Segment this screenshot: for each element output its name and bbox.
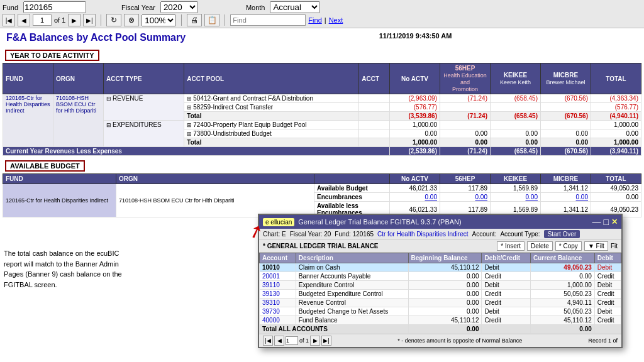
th-acct-type: ACCT TYPE [104, 63, 184, 94]
ytd-acct-total-exp [359, 138, 390, 147]
gl-row-1: 20001 Banner Accounts Payable 0.00 Credi… [260, 272, 621, 281]
overlay-filter-btn[interactable]: ▼ Filt [584, 241, 608, 251]
gl-th-begin: Beginning Balance [408, 253, 482, 263]
gl-debit: Credit [594, 316, 621, 325]
ytd-total-3: 1,000.00 [591, 121, 641, 129]
ytd-col3-3 [491, 121, 541, 129]
gl-dc: Credit [482, 290, 531, 299]
ytd-col2-4: 0.00 [440, 129, 491, 138]
export-btn[interactable]: 📋 [204, 14, 219, 26]
ytd-col3-2 [491, 103, 541, 112]
find-sep: | [325, 16, 326, 24]
gl-debit: Credit [594, 299, 621, 307]
avail-label-1: Available Budget [314, 184, 390, 193]
ytd-summary-col4: (670.56) [541, 147, 591, 156]
avail-th-total: TOTAL [591, 174, 641, 184]
ytd-pool-total-rev: Total [184, 112, 359, 121]
gl-account: 39130 [260, 290, 296, 299]
gl-begin: 0.00 [408, 281, 482, 290]
ytd-summary-label: Current Year Revenues Less Expenses [3, 147, 390, 156]
gl-desc: Claim on Cash [296, 263, 408, 272]
month-select[interactable]: Accrual [270, 1, 320, 13]
overlay-insert-btn[interactable]: * Insert [497, 241, 525, 251]
avail-section-header: AVAILABLE BUDGET [5, 160, 85, 172]
ytd-col2-total-rev: (71.24) [440, 112, 491, 121]
avail-col4-2[interactable]: 0.00 [541, 193, 591, 202]
avail-col2-2[interactable]: 0.00 [440, 193, 491, 202]
find-input[interactable] [230, 14, 306, 26]
fiscal-year-select[interactable]: 2020 [160, 1, 198, 13]
overlay-nav-first[interactable]: |◀ [263, 336, 273, 346]
ytd-col4-1: (670.56) [541, 94, 591, 103]
overlay-max-btn[interactable]: □ [604, 217, 609, 227]
overlay-close-btn[interactable]: ✕ [611, 217, 618, 226]
overlay-nav-prev[interactable]: ◀ [274, 336, 284, 346]
overlay-nav-next[interactable]: ▶ [310, 336, 320, 346]
page-of: of 1 [54, 16, 65, 24]
stop-btn[interactable]: ⊗ [124, 14, 139, 26]
overlay-nav-last[interactable]: ▶| [321, 336, 331, 346]
gl-th-current: Current Balance [530, 253, 594, 263]
gl-current: 50,050.23 [530, 290, 594, 299]
th-no-actv: No ACTV [390, 63, 440, 94]
nav-last[interactable]: ▶| [83, 14, 96, 26]
gl-current: 0.00 [530, 272, 594, 281]
ytd-col3-total-exp: 0.00 [491, 138, 541, 147]
th-fund: FUND [3, 63, 53, 94]
avail-row-1: 120165-Ctr for Health Disparities Indire… [3, 184, 641, 193]
ytd-no-actv-2: (576.77) [390, 103, 440, 112]
gl-dc: Credit [482, 299, 531, 307]
gl-current: 49,050.23 [530, 263, 594, 272]
ytd-acct-total-rev [359, 112, 390, 121]
gl-row-0: 10010 Claim on Cash 45,110.12 Debit 49,0… [260, 263, 621, 272]
overlay-delete-btn[interactable]: Delete [527, 241, 553, 251]
overlay-logo: e ellucian [263, 218, 294, 226]
gl-account: 10010 [260, 263, 296, 272]
ytd-pool-3: ⊞72400-Property Plant Equip Budget Pool [184, 121, 359, 129]
fund-input[interactable] [23, 1, 86, 13]
gl-begin: 45,110.12 [408, 316, 482, 325]
gl-dc: Credit [482, 316, 531, 325]
overlay-min-btn[interactable]: — [592, 217, 601, 227]
zoom-select[interactable]: 100% [142, 14, 176, 26]
avail-table: FUND ORGN No ACTV 56HEP KEIKEE MICBRE TO… [3, 173, 641, 217]
gl-debit: Debit [594, 281, 621, 290]
report-date: 11/11/2019 9:43:50 AM [189, 32, 641, 40]
ytd-acct-3 [359, 121, 390, 129]
nav-next[interactable]: ▶ [68, 14, 80, 26]
find-button[interactable]: Find [308, 16, 321, 24]
gl-account: 39110 [260, 281, 296, 290]
avail-no-actv-2[interactable]: 0.00 [390, 193, 440, 202]
fund-label: Fund [3, 4, 18, 11]
th-acct-pool: ACCT POOL [184, 63, 359, 94]
gl-current: 50,050.23 [530, 307, 594, 316]
ytd-summary-col3: (658.45) [491, 147, 541, 156]
ytd-summary-total: (3,940.11) [591, 147, 641, 156]
overlay-panel: e ellucian General Ledger Trial Balance … [258, 214, 623, 348]
ytd-pool-1: ⊞50412-Grant and Contract F&A Distributi… [184, 94, 359, 103]
refresh-btn[interactable]: ↻ [106, 14, 121, 26]
overlay-page-input[interactable] [286, 336, 298, 345]
ytd-table-area: FUND ORGN ACCT TYPE ACCT POOL ACCT No AC… [0, 63, 644, 156]
avail-col3-1: 1,569.89 [491, 184, 541, 193]
print-btn[interactable]: 🖨 [187, 14, 202, 26]
gl-row-4: 39310 Revenue Control 0.00 Credit 4,940.… [260, 299, 621, 307]
avail-fund-1: 120165-Ctr for Health Disparities Indire… [3, 184, 116, 217]
nav-prev[interactable]: ◀ [18, 14, 30, 26]
overlay-copy-btn[interactable]: * Copy [555, 241, 582, 251]
overlay-start-over[interactable]: Start Over [544, 230, 580, 238]
gl-row-2: 39110 Expenditure Control 0.00 Debit 1,0… [260, 281, 621, 290]
avail-col3-2[interactable]: 0.00 [491, 193, 541, 202]
overlay-record: Record 1 of [588, 337, 618, 344]
ytd-fund: 120165-Ctr for Health Disparities Indire… [3, 94, 53, 147]
avail-orgn-1: 710108-HSH BSOM ECU Ctr for Hlth Dispari… [116, 184, 314, 217]
nav-first[interactable]: |◀ [3, 14, 15, 26]
text-block: The total cash balance on the ecuBIC rep… [4, 248, 136, 290]
ytd-col2-1: (71.24) [440, 94, 491, 103]
overlay-fund-name: Ctr for Health Disparities Indirect [377, 231, 469, 238]
next-button[interactable]: Next [329, 16, 343, 24]
gl-th-desc: Description [296, 253, 408, 263]
th-col4-header: MICBRE Brewer Michael [541, 63, 591, 94]
page-input[interactable] [33, 14, 52, 26]
th-col3-header: KEIKEE Keene Keith [491, 63, 541, 94]
